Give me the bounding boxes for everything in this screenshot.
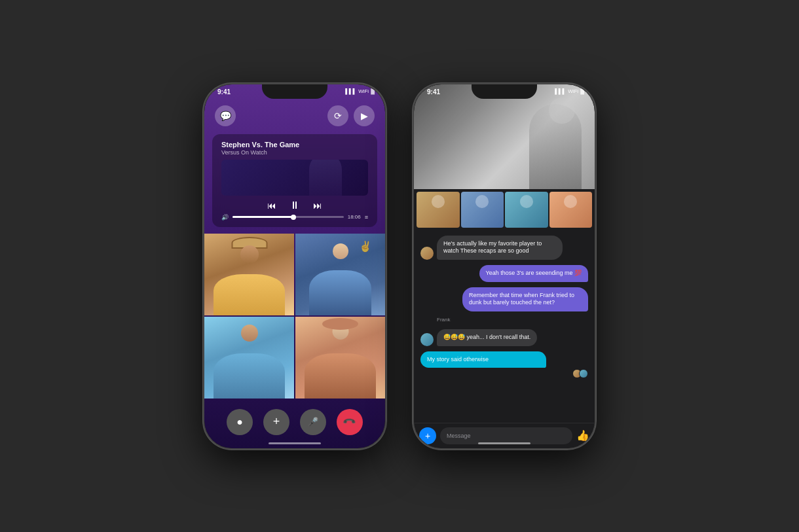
message-bubble-4: 😅😅😅 yeah... I don't recall that. (437, 329, 537, 346)
home-indicator-1 (269, 442, 321, 444)
message-input-bar: + Message 👍 (414, 423, 595, 448)
message-reactions (420, 369, 588, 378)
battery-icon-2: ▓ (580, 88, 584, 94)
media-controls: ⏮ ⏸ ⏭ (221, 200, 368, 211)
add-attachment-button[interactable]: + (419, 427, 436, 444)
video-button[interactable]: ▶ (354, 105, 375, 126)
participant-1[interactable] (417, 192, 460, 228)
next-button[interactable]: ⏭ (313, 200, 322, 211)
notch-1 (262, 84, 327, 99)
media-player: Stephen Vs. The Game Versus On Watch ⏮ ⏸… (212, 134, 377, 227)
volume-control: 🔊 18:06 ≡ (221, 214, 368, 221)
video-cell-4 (295, 317, 385, 399)
reaction-avatar-2 (579, 369, 588, 378)
message-text-1: He's actually like my favorite player to… (443, 240, 542, 255)
video-grid: ✌ (204, 234, 385, 399)
camera-flip-icon: ⟳ (334, 111, 342, 121)
message-bubble-2: Yeah those 3's are seeending me 💯 (479, 265, 588, 282)
sender-label-frank: Frank (437, 317, 588, 323)
message-text-2: Yeah those 3's are seeending me 💯 (486, 270, 582, 276)
video-cell-3 (204, 317, 294, 399)
volume-icon: 🔊 (221, 214, 229, 221)
end-call-icon: 📞 (343, 415, 357, 429)
microphone-icon: 🎤 (308, 417, 318, 427)
volume-bar[interactable] (232, 216, 344, 218)
message-text-3: Remember that time when Frank tried to d… (469, 292, 574, 306)
bottom-controls: ● + 🎤 📞 (204, 402, 385, 448)
end-call-button[interactable]: 📞 (337, 409, 363, 435)
battery-icon: ▓ (371, 88, 375, 94)
playlist-icon: ≡ (365, 214, 368, 221)
message-row-1: He's actually like my favorite player to… (420, 236, 588, 260)
status-icons-1: ▌▌▌ WiFi ▓ (345, 88, 375, 94)
chat-area: He's actually like my favorite player to… (414, 230, 595, 423)
wifi-icon: WiFi (358, 88, 369, 94)
status-time-2: 9:41 (427, 88, 440, 96)
video-cell-2: ✌ (295, 234, 385, 315)
wifi-icon-2: WiFi (568, 88, 578, 94)
effects-button[interactable]: ● (227, 409, 253, 435)
track-duration: 18:06 (348, 214, 361, 220)
plus-icon-2: + (425, 431, 430, 441)
sender-avatar-frank (420, 333, 434, 346)
status-time-1: 9:41 (217, 88, 231, 96)
video-icon: ▶ (361, 111, 368, 121)
message-bubble-1: He's actually like my favorite player to… (437, 236, 563, 260)
message-bubble-5: My story said otherwise (420, 351, 546, 368)
message-text-4: 😅😅😅 yeah... I don't recall that. (443, 334, 530, 340)
participant-4[interactable] (549, 192, 593, 228)
message-text-5: My story said otherwise (427, 356, 489, 363)
message-bubble-5-container: My story said otherwise (420, 351, 588, 379)
circle-icon: ● (236, 416, 243, 428)
participant-2[interactable] (461, 192, 504, 228)
media-thumbnail (221, 160, 368, 196)
message-placeholder: Message (447, 433, 471, 439)
media-title: Stephen Vs. The Game (221, 141, 368, 149)
home-indicator-2 (478, 442, 530, 444)
video-cell-1 (204, 234, 294, 315)
camera-flip-button[interactable]: ⟳ (327, 105, 348, 126)
notch-2 (472, 84, 537, 99)
participant-3[interactable] (505, 192, 548, 228)
status-icons-2: ▌▌▌ WiFi ▓ (555, 88, 584, 94)
pause-button[interactable]: ⏸ (289, 200, 300, 211)
phone-2: 9:41 ▌▌▌ WiFi ▓ (413, 83, 596, 450)
add-person-button[interactable]: + (263, 409, 289, 435)
sender-avatar-1 (420, 247, 434, 260)
previous-button[interactable]: ⏮ (267, 200, 276, 211)
message-bubble-3: Remember that time when Frank tried to d… (462, 287, 588, 311)
mute-button[interactable]: 🎤 (300, 409, 326, 435)
media-subtitle: Versus On Watch (221, 149, 368, 156)
message-row-4: 😅😅😅 yeah... I don't recall that. (420, 329, 588, 346)
signal-icon-2: ▌▌▌ (555, 88, 566, 94)
plus-icon: + (273, 415, 280, 429)
chat-icon: 💬 (220, 111, 231, 121)
header-right-controls: ⟳ ▶ (327, 105, 375, 126)
signal-icon: ▌▌▌ (345, 88, 356, 94)
chat-icon-button[interactable]: 💬 (215, 105, 236, 126)
participant-thumbnails (414, 189, 595, 230)
thumbs-up-button[interactable]: 👍 (576, 429, 589, 442)
phone-1: 9:41 ▌▌▌ WiFi ▓ 💬 ⟳ ▶ (203, 83, 386, 450)
